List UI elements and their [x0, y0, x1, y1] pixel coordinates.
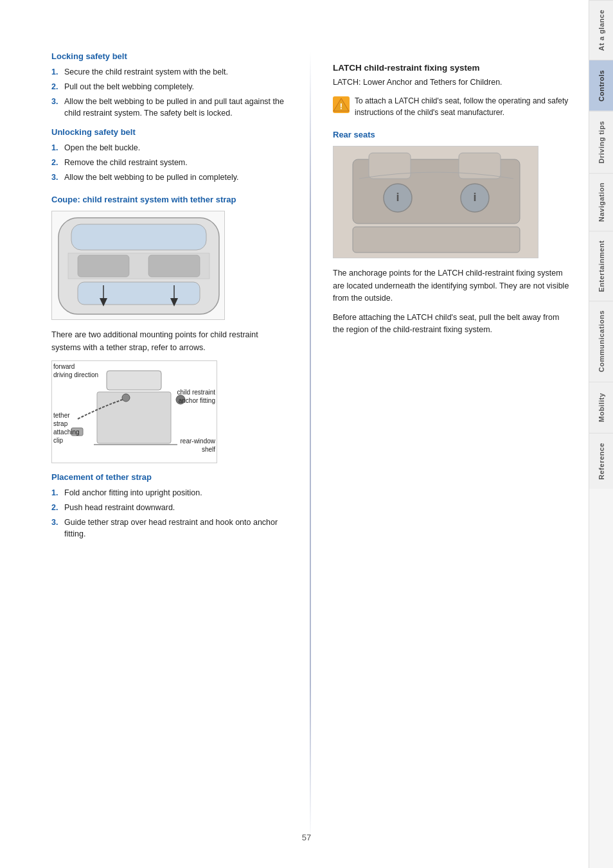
- sidebar-tab-communications[interactable]: Communications: [589, 301, 613, 381]
- svg-rect-5: [148, 255, 200, 277]
- sidebar-tabs: At a glance Controls Driving tips Naviga…: [589, 0, 613, 868]
- left-column: Locking safety belt 1. Secure the child …: [51, 51, 288, 842]
- list-item: 1. Secure the child restraint system wit…: [51, 66, 288, 78]
- svg-text:i: i: [396, 191, 399, 204]
- list-item: 1. Fold anchor fitting into upright posi…: [51, 487, 288, 499]
- tether-diagram: forwarddriving direction child restraint…: [51, 360, 217, 463]
- rear-body1: The anchorage points for the LATCH child…: [333, 267, 569, 305]
- locking-heading: Locking safety belt: [51, 51, 288, 61]
- coupe-heading: Coupe: child restraint system with tethe…: [51, 195, 288, 204]
- sidebar-tab-at-a-glance[interactable]: At a glance: [589, 0, 613, 60]
- placement-section: Placement of tether strap 1. Fold anchor…: [51, 472, 288, 540]
- list-item: 2. Push head restraint downward.: [51, 502, 288, 514]
- placement-list: 1. Fold anchor fitting into upright posi…: [51, 487, 288, 540]
- svg-text:!: !: [340, 102, 342, 111]
- unlocking-heading: Unlocking safety belt: [51, 127, 288, 137]
- rear-seat-svg: i i: [333, 146, 538, 258]
- rear-seat-diagram: i i: [333, 146, 538, 258]
- list-item: 2. Remove the child restraint system.: [51, 157, 288, 169]
- sidebar-tab-mobility[interactable]: Mobility: [589, 382, 613, 433]
- attaching-clip-label: attachingclip: [53, 428, 80, 445]
- list-item: 1. Open the belt buckle.: [51, 142, 288, 154]
- forward-label: forwarddriving direction: [53, 362, 98, 379]
- tether-strap-label: tetherstrap: [53, 411, 70, 428]
- sidebar-tab-controls[interactable]: Controls: [589, 60, 613, 111]
- svg-rect-2: [78, 282, 200, 305]
- list-item: 2. Pull out the belt webbing completely.: [51, 81, 288, 93]
- sidebar-tab-reference[interactable]: Reference: [589, 433, 613, 489]
- car-top-diagram: [51, 211, 225, 320]
- svg-rect-1: [71, 224, 206, 250]
- svg-rect-26: [353, 227, 520, 252]
- warning-text: To attach a LATCH child's seat, follow t…: [355, 95, 569, 118]
- child-restraint-label: child restraintanchor fitting: [177, 388, 215, 405]
- sidebar-tab-entertainment[interactable]: Entertainment: [589, 231, 613, 301]
- page-number: 57: [302, 833, 311, 842]
- unlocking-list: 1. Open the belt buckle. 2. Remove the c…: [51, 142, 288, 183]
- warning-triangle-icon: !: [333, 96, 350, 113]
- locking-list: 1. Secure the child restraint system wit…: [51, 66, 288, 120]
- sidebar-tab-driving-tips[interactable]: Driving tips: [589, 111, 613, 173]
- coupe-body-text: There are two additional mounting points…: [51, 329, 288, 354]
- list-item: 3. Guide tether strap over head restrain…: [51, 517, 288, 541]
- svg-point-12: [122, 394, 130, 402]
- svg-rect-4: [78, 255, 129, 277]
- placement-heading: Placement of tether strap: [51, 472, 288, 482]
- warning-box: ! To attach a LATCH child's seat, follow…: [333, 95, 569, 118]
- svg-rect-11: [97, 392, 171, 443]
- svg-text:i: i: [473, 191, 476, 204]
- coupe-section: Coupe: child restraint system with tethe…: [51, 195, 288, 463]
- unlocking-section: Unlocking safety belt 1. Open the belt b…: [51, 127, 288, 183]
- car-top-svg: [52, 211, 225, 320]
- locking-section: Locking safety belt 1. Secure the child …: [51, 51, 288, 120]
- rear-seats-heading: Rear seats: [333, 130, 569, 139]
- list-item: 3. Allow the belt webbing to be pulled i…: [51, 96, 288, 120]
- svg-rect-21: [459, 153, 501, 179]
- sidebar-tab-navigation[interactable]: Navigation: [589, 173, 613, 231]
- rear-body2: Before attaching the LATCH child's seat,…: [333, 312, 569, 337]
- column-divider: [310, 51, 311, 842]
- list-item: 3. Allow the belt webbing to be pulled i…: [51, 172, 288, 184]
- latch-heading: LATCH child-restraint fixing system: [333, 63, 569, 73]
- svg-rect-10: [107, 371, 161, 390]
- latch-body1: LATCH: Lower Anchor and Tethers for Chil…: [333, 76, 569, 89]
- right-column: LATCH child-restraint fixing system LATC…: [333, 51, 569, 842]
- warning-icon: !: [333, 96, 350, 113]
- rear-window-label: rear-windowshelf: [181, 437, 215, 454]
